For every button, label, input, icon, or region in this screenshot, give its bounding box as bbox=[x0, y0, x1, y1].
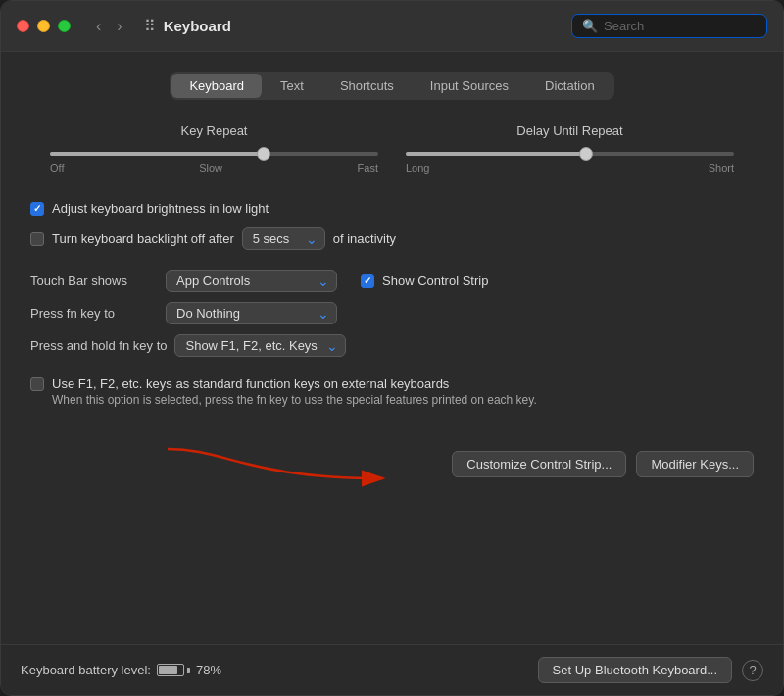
bluetooth-keyboard-button[interactable]: Set Up Bluetooth Keyboard... bbox=[538, 657, 732, 683]
help-button[interactable]: ? bbox=[742, 660, 763, 681]
backlight-duration-select[interactable]: 5 secs 10 secs 30 secs 1 min 5 min bbox=[242, 227, 325, 250]
backlight-row: Turn keyboard backlight off after 5 secs… bbox=[30, 227, 754, 250]
tab-text[interactable]: Text bbox=[263, 74, 321, 98]
content: Keyboard Text Shortcuts Input Sources Di… bbox=[1, 52, 783, 644]
touchbar-row: Touch Bar shows App Controls Expanded Co… bbox=[30, 270, 754, 292]
backlight-suffix: of inactivity bbox=[333, 231, 396, 246]
window-title: Keyboard bbox=[164, 18, 571, 34]
battery-percentage: 78% bbox=[196, 663, 221, 677]
function-keys-info: When this option is selected, press the … bbox=[52, 391, 754, 409]
forward-button[interactable]: › bbox=[111, 16, 127, 37]
tab-input-sources[interactable]: Input Sources bbox=[413, 74, 526, 98]
nav-buttons: ‹ › bbox=[90, 16, 128, 37]
function-keys-section: Use F1, F2, etc. keys as standard functi… bbox=[30, 376, 754, 428]
key-repeat-track[interactable] bbox=[50, 152, 378, 156]
fn-hold-select[interactable]: Show F1, F2, etc. Keys Do Nothing Change… bbox=[174, 334, 346, 357]
delay-repeat-long: Long bbox=[406, 162, 429, 174]
key-repeat-group: Key Repeat Off Slow Fast bbox=[50, 124, 378, 174]
delay-repeat-group: Delay Until Repeat Long Short bbox=[406, 124, 734, 174]
tab-dictation[interactable]: Dictation bbox=[527, 74, 612, 98]
tab-keyboard[interactable]: Keyboard bbox=[172, 74, 262, 98]
search-icon: 🔍 bbox=[582, 19, 598, 33]
fn-key-select[interactable]: Do Nothing Change Input Source Show Emoj… bbox=[166, 302, 337, 324]
modifier-keys-button[interactable]: Modifier Keys... bbox=[636, 451, 754, 477]
back-button[interactable]: ‹ bbox=[90, 16, 107, 37]
touchbar-select[interactable]: App Controls Expanded Control Strip F1, … bbox=[166, 270, 337, 292]
function-keys-row: Use F1, F2, etc. keys as standard functi… bbox=[30, 376, 754, 391]
battery-row: Keyboard battery level: 78% bbox=[21, 663, 221, 677]
show-control-strip-checkbox[interactable] bbox=[361, 274, 374, 288]
function-keys-checkbox[interactable] bbox=[30, 377, 44, 391]
key-repeat-label: Key Repeat bbox=[181, 124, 248, 138]
fn-key-row: Press fn key to Do Nothing Change Input … bbox=[30, 302, 754, 324]
battery-fill bbox=[159, 666, 177, 674]
minimize-button[interactable] bbox=[37, 20, 50, 32]
key-repeat-marks: Off Slow Fast bbox=[50, 162, 378, 174]
delay-repeat-label: Delay Until Repeat bbox=[516, 124, 622, 138]
grid-icon: ⠿ bbox=[144, 17, 156, 35]
battery-label: Keyboard battery level: bbox=[21, 663, 151, 677]
delay-repeat-marks: Long Short bbox=[406, 162, 734, 174]
battery-body bbox=[157, 664, 184, 676]
fn-key-select-wrapper: Do Nothing Change Input Source Show Emoj… bbox=[166, 302, 337, 324]
touchbar-label: Touch Bar shows bbox=[30, 273, 158, 288]
key-repeat-thumb[interactable] bbox=[257, 147, 270, 161]
arrow-container: Customize Control Strip... Modifier Keys… bbox=[30, 434, 754, 493]
arrow-indicator bbox=[148, 434, 481, 493]
backlight-label: Turn keyboard backlight off after bbox=[52, 231, 234, 246]
settings-section: Adjust keyboard brightness in low light … bbox=[30, 201, 754, 250]
show-control-strip-label: Show Control Strip bbox=[382, 273, 488, 288]
brightness-checkbox[interactable] bbox=[30, 202, 44, 216]
fn-hold-select-wrapper: Show F1, F2, etc. Keys Do Nothing Change… bbox=[174, 334, 346, 357]
traffic-lights bbox=[17, 20, 71, 32]
search-box[interactable]: 🔍 bbox=[571, 14, 767, 38]
key-repeat-fast: Fast bbox=[358, 162, 378, 174]
key-repeat-fill bbox=[50, 152, 264, 156]
battery-tip bbox=[187, 668, 190, 673]
brightness-row: Adjust keyboard brightness in low light bbox=[30, 201, 754, 216]
footer: Keyboard battery level: 78% Set Up Bluet… bbox=[1, 644, 783, 695]
search-input[interactable] bbox=[604, 19, 757, 33]
tab-shortcuts[interactable]: Shortcuts bbox=[322, 74, 412, 98]
delay-repeat-fill bbox=[406, 152, 586, 156]
window: ‹ › ⠿ Keyboard 🔍 Keyboard Text Shortcuts… bbox=[0, 0, 784, 696]
tabs: Keyboard Text Shortcuts Input Sources Di… bbox=[30, 72, 754, 100]
titlebar: ‹ › ⠿ Keyboard 🔍 bbox=[1, 1, 783, 52]
touchbar-select-wrapper: App Controls Expanded Control Strip F1, … bbox=[166, 270, 337, 292]
footer-right: Set Up Bluetooth Keyboard... ? bbox=[538, 657, 763, 683]
key-repeat-off: Off bbox=[50, 162, 64, 174]
backlight-checkbox[interactable] bbox=[30, 232, 44, 246]
delay-repeat-track[interactable] bbox=[406, 152, 734, 156]
tab-group: Keyboard Text Shortcuts Input Sources Di… bbox=[170, 72, 613, 100]
delay-repeat-short: Short bbox=[709, 162, 734, 174]
fn-hold-row: Press and hold fn key to Show F1, F2, et… bbox=[30, 334, 754, 357]
delay-repeat-thumb[interactable] bbox=[579, 147, 593, 161]
close-button[interactable] bbox=[17, 20, 29, 32]
function-keys-label: Use F1, F2, etc. keys as standard functi… bbox=[52, 376, 449, 391]
fn-hold-label: Press and hold fn key to bbox=[30, 338, 167, 353]
key-repeat-slow: Slow bbox=[199, 162, 222, 174]
sliders-row: Key Repeat Off Slow Fast Delay Until Rep… bbox=[30, 124, 754, 174]
battery-icon bbox=[157, 664, 190, 676]
fn-key-label: Press fn key to bbox=[30, 306, 158, 321]
brightness-label: Adjust keyboard brightness in low light bbox=[52, 201, 269, 216]
function-keys-description: When this option is selected, press the … bbox=[52, 393, 537, 407]
backlight-duration-wrapper: 5 secs 10 secs 30 secs 1 min 5 min bbox=[242, 227, 325, 250]
maximize-button[interactable] bbox=[58, 20, 71, 32]
